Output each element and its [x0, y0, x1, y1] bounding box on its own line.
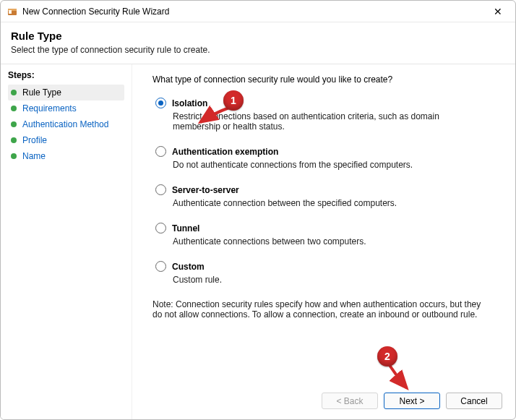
option-row[interactable]: Custom — [155, 261, 501, 272]
rule-type-option: Authentication exemptionDo not authentic… — [152, 146, 501, 170]
option-description: Restrict connections based on authentica… — [173, 111, 483, 132]
radio-button[interactable] — [155, 261, 166, 272]
step-item: Rule Type — [8, 85, 124, 100]
radio-button[interactable] — [155, 98, 166, 108]
window-title: New Connection Security Rule Wizard — [22, 7, 483, 17]
step-item[interactable]: Name — [8, 148, 124, 164]
radio-button[interactable] — [155, 146, 166, 157]
step-label: Name — [22, 151, 46, 161]
wizard-header: Rule Type Select the type of connection … — [1, 22, 515, 64]
step-label: Requirements — [22, 103, 77, 113]
option-label: Tunnel — [172, 223, 199, 233]
option-row[interactable]: Tunnel — [155, 223, 501, 233]
step-bullet-icon — [11, 106, 17, 111]
wizard-body: Steps: Rule TypeRequirementsAuthenticati… — [1, 64, 515, 419]
app-icon — [7, 6, 18, 17]
back-button: < Back — [322, 393, 378, 409]
button-bar: < Back Next > Cancel — [322, 393, 502, 409]
cancel-button[interactable]: Cancel — [446, 393, 502, 409]
close-icon: ✕ — [494, 6, 502, 17]
option-label: Server-to-server — [172, 185, 239, 195]
content-pane: What type of connection security rule wo… — [132, 64, 515, 419]
option-label: Custom — [172, 262, 205, 272]
option-description: Custom rule. — [173, 275, 483, 285]
note-text: Note: Connection security rules specify … — [152, 299, 492, 320]
step-bullet-icon — [11, 90, 17, 95]
radio-button[interactable] — [155, 184, 166, 195]
option-label: Isolation — [172, 98, 207, 108]
page-subtitle: Select the type of connection security r… — [11, 45, 505, 55]
rule-type-option: Server-to-serverAuthenticate connection … — [152, 184, 501, 208]
svg-rect-2 — [9, 10, 12, 14]
option-row[interactable]: Authentication exemption — [155, 146, 501, 157]
step-bullet-icon — [11, 153, 17, 159]
page-title: Rule Type — [11, 30, 505, 42]
option-description: Do not authenticate connections from the… — [173, 160, 483, 170]
option-description: Authenticate connections between two com… — [173, 236, 483, 247]
radio-button[interactable] — [155, 223, 166, 233]
titlebar: New Connection Security Rule Wizard ✕ — [1, 1, 515, 22]
option-description: Authenticate connection between the spec… — [173, 198, 483, 208]
options-group: IsolationRestrict connections based on a… — [152, 98, 501, 285]
close-button[interactable]: ✕ — [483, 1, 512, 22]
step-bullet-icon — [11, 137, 17, 143]
option-row[interactable]: Server-to-server — [155, 184, 501, 195]
step-label: Authentication Method — [22, 119, 108, 129]
steps-heading: Steps: — [8, 70, 124, 80]
option-row[interactable]: Isolation — [155, 98, 501, 108]
rule-type-option: CustomCustom rule. — [152, 261, 501, 285]
step-item[interactable]: Authentication Method — [8, 116, 124, 132]
rule-type-option: TunnelAuthenticate connections between t… — [152, 223, 501, 247]
step-label: Profile — [22, 135, 47, 145]
step-label: Rule Type — [22, 87, 61, 98]
step-item[interactable]: Profile — [8, 132, 124, 148]
next-button[interactable]: Next > — [384, 393, 440, 409]
step-bullet-icon — [11, 121, 17, 127]
steps-sidebar: Steps: Rule TypeRequirementsAuthenticati… — [1, 64, 132, 419]
question-text: What type of connection security rule wo… — [152, 74, 501, 85]
option-label: Authentication exemption — [172, 147, 278, 157]
step-item[interactable]: Requirements — [8, 100, 124, 116]
rule-type-option: IsolationRestrict connections based on a… — [152, 98, 501, 132]
